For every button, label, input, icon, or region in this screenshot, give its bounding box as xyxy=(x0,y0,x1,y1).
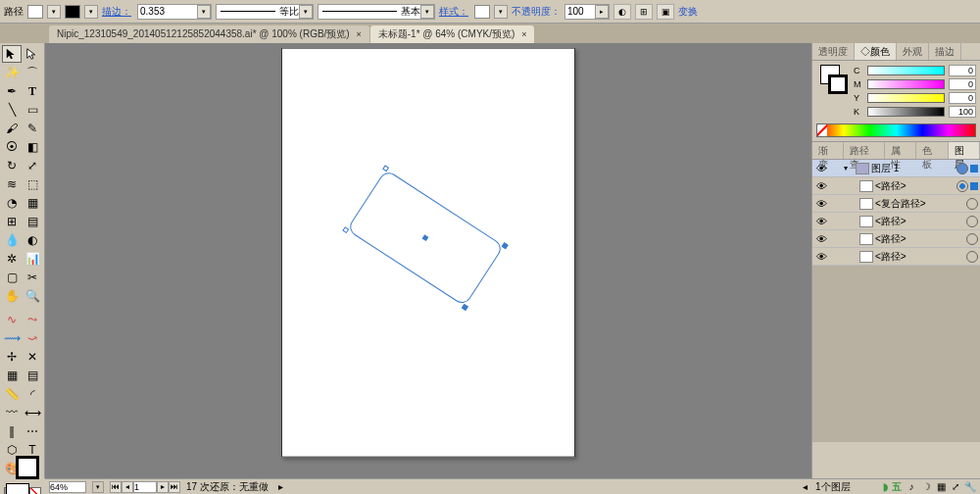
close-icon[interactable]: × xyxy=(521,29,526,39)
target-icon[interactable] xyxy=(966,198,978,210)
yellow-slider[interactable] xyxy=(867,93,945,103)
opacity-input[interactable] xyxy=(565,5,595,19)
type-tool[interactable]: T xyxy=(23,82,42,100)
tab-color[interactable]: ◇颜色 xyxy=(855,43,897,60)
yellow-value[interactable]: 0 xyxy=(949,92,976,104)
misc-tool[interactable]: ⋯ xyxy=(23,422,42,440)
cyan-value[interactable]: 0 xyxy=(949,65,976,76)
next-page-button[interactable]: ▸ xyxy=(157,481,169,493)
visibility-icon[interactable]: 👁 xyxy=(814,250,828,264)
rotate-tool[interactable]: ↻ xyxy=(2,157,22,174)
curve-b-tool[interactable]: ⤳ xyxy=(23,311,42,328)
cut-tool[interactable]: ✕ xyxy=(23,348,42,366)
canvas-area[interactable] xyxy=(45,43,811,478)
tab-swatches[interactable]: 色板 xyxy=(916,142,948,159)
visibility-icon[interactable]: 👁 xyxy=(814,179,828,193)
direct-selection-tool[interactable] xyxy=(23,45,42,63)
slice-tool[interactable]: ✂ xyxy=(23,269,42,286)
anchor-point[interactable] xyxy=(342,226,349,233)
stroke-swatch[interactable] xyxy=(65,5,80,19)
tab-appearance[interactable]: 外观 xyxy=(897,43,929,60)
style-dd[interactable]: ▾ xyxy=(494,5,508,19)
status-dropdown-icon[interactable]: ▸ xyxy=(278,481,283,492)
width-tool[interactable]: ≋ xyxy=(2,175,22,193)
opacity-combo[interactable]: ▸ xyxy=(564,4,610,20)
visibility-icon[interactable]: 👁 xyxy=(814,162,828,175)
stroke-weight-combo[interactable]: ▾ xyxy=(137,4,212,20)
round-corner-tool[interactable]: ◜ xyxy=(23,385,42,403)
stroke-weight-input[interactable] xyxy=(138,5,197,19)
visibility-icon[interactable]: 👁 xyxy=(814,197,828,211)
anchor-point[interactable] xyxy=(382,165,389,172)
panel-stroke-swatch[interactable] xyxy=(828,74,848,94)
grid-tool[interactable]: ▦ xyxy=(2,367,22,384)
recolor-icon[interactable]: ◐ xyxy=(613,4,631,20)
profile-dd[interactable]: ▾ xyxy=(299,5,313,19)
tab-pathfinder[interactable]: 路径查 xyxy=(844,142,885,159)
tab-layers[interactable]: 图层 xyxy=(949,142,980,159)
stroke-color-swatch[interactable] xyxy=(16,456,39,479)
fill-color-swatch[interactable] xyxy=(6,483,29,494)
layer-name[interactable]: <复合路径> xyxy=(875,197,964,211)
layer-row[interactable]: 👁 <路径> xyxy=(812,230,980,248)
lasso-tool[interactable]: ⌒ xyxy=(23,64,42,81)
stroke-weight-dd[interactable]: ▾ xyxy=(197,5,211,19)
brush-dd[interactable]: ▾ xyxy=(420,5,434,19)
first-page-button[interactable]: ⏮ xyxy=(110,481,122,493)
para-tool[interactable]: ‖ xyxy=(2,422,22,440)
wrench-icon[interactable]: 🔧 xyxy=(964,481,976,493)
pen-tool[interactable]: ✒ xyxy=(2,82,22,100)
page-input[interactable] xyxy=(133,481,157,493)
ime-mode-label[interactable]: 五 xyxy=(892,480,902,494)
ime-indicator-icon[interactable]: ◗ xyxy=(883,481,888,492)
opacity-dd[interactable]: ▸ xyxy=(595,5,609,19)
disclosure-icon[interactable]: ▾ xyxy=(844,164,854,173)
align-icon[interactable]: ⊞ xyxy=(635,4,653,20)
shape-builder-tool[interactable]: ◔ xyxy=(2,194,22,212)
line-tool[interactable]: ╲ xyxy=(2,101,22,119)
target-icon[interactable] xyxy=(956,163,968,174)
fill-dropdown[interactable]: ▾ xyxy=(47,5,61,19)
tab-stroke-panel[interactable]: 描边 xyxy=(929,43,961,60)
layer-name[interactable]: <路径> xyxy=(875,179,955,193)
scroll-left-icon[interactable]: ◂ xyxy=(803,481,808,492)
shape-icon[interactable]: ▣ xyxy=(657,4,674,20)
cyan-slider[interactable] xyxy=(867,66,945,75)
anchor-point[interactable] xyxy=(462,304,468,311)
curve-a-tool[interactable]: ∿ xyxy=(2,311,22,328)
tab-transparency[interactable]: 透明度 xyxy=(812,43,855,60)
layer-name[interactable]: 图层 1 xyxy=(871,162,955,175)
visibility-icon[interactable]: 👁 xyxy=(814,215,828,228)
anchor-point[interactable] xyxy=(502,242,509,249)
zoom-tool[interactable]: 🔍 xyxy=(23,287,42,305)
curve-d-tool[interactable]: ⤻ xyxy=(23,329,42,347)
layer-row[interactable]: 👁 <路径> xyxy=(812,248,980,266)
last-page-button[interactable]: ⏭ xyxy=(169,481,180,493)
target-icon[interactable] xyxy=(966,233,978,245)
tab-attributes[interactable]: 属性 xyxy=(885,142,916,159)
layer-row[interactable]: 👁 <路径> xyxy=(812,213,980,230)
selected-shape[interactable] xyxy=(355,202,496,274)
close-icon[interactable]: × xyxy=(356,29,361,39)
target-icon[interactable] xyxy=(966,216,978,227)
gradient-tool[interactable]: ▤ xyxy=(23,213,42,230)
fill-swatch[interactable] xyxy=(27,5,43,19)
zoom-dd[interactable]: ▾ xyxy=(92,481,104,493)
wave-tool[interactable]: 〰 xyxy=(2,404,22,421)
prev-page-button[interactable]: ◂ xyxy=(122,481,133,493)
selection-tool[interactable] xyxy=(2,45,22,63)
black-slider[interactable] xyxy=(867,107,945,117)
magenta-slider[interactable] xyxy=(867,79,945,89)
expand-icon[interactable]: ⤢ xyxy=(950,481,961,493)
perspective-tool[interactable]: ▦ xyxy=(23,194,42,212)
zoom-input[interactable] xyxy=(49,481,86,493)
brush-combo[interactable]: 基本 ▾ xyxy=(318,4,435,20)
black-value[interactable]: 100 xyxy=(949,106,976,118)
layer-name[interactable]: <路径> xyxy=(875,215,964,228)
eyedropper-tool[interactable]: 💧 xyxy=(2,231,22,249)
moon-icon[interactable]: ☽ xyxy=(920,481,932,493)
rectangle-tool[interactable]: ▭ xyxy=(23,101,42,119)
visibility-icon[interactable]: 👁 xyxy=(814,232,828,246)
target-icon[interactable] xyxy=(966,251,978,263)
mesh-tool[interactable]: ⊞ xyxy=(2,213,22,230)
